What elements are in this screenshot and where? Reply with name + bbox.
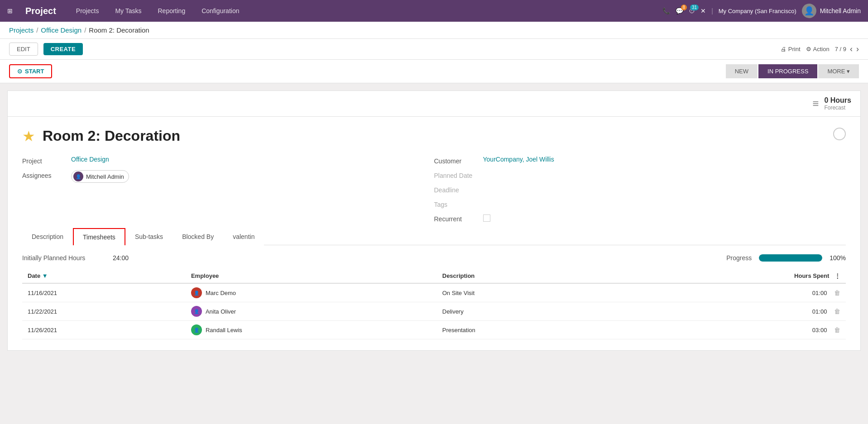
action-bar: EDIT CREATE 🖨 Print ⚙ Action 7 / 9 ‹ › [0, 39, 868, 60]
next-button[interactable]: › [856, 44, 859, 54]
cell-description-1: Delivery [437, 302, 615, 321]
status-bar: ⊙ START NEW IN PROGRESS MORE ▾ [0, 60, 868, 83]
tags-field: Tags [434, 199, 846, 208]
left-fields: Project Office Design Assignees 👤 Mitche… [22, 156, 434, 228]
breadcrumb-office-design[interactable]: Office Design [41, 26, 82, 34]
employee-avatar-0: 👤 [191, 287, 202, 298]
right-fields: Customer YourCompany, Joel Willis Planne… [434, 156, 846, 228]
user-info[interactable]: 👤 Mitchell Admin [802, 4, 861, 18]
breadcrumb-projects[interactable]: Projects [9, 26, 34, 34]
tags-label: Tags [434, 199, 480, 208]
hours-label: Forecast [824, 105, 851, 111]
cell-employee-0: 👤 Marc Demo [186, 283, 437, 302]
planned-hours-label: Initially Planned Hours [22, 254, 113, 262]
nav-reporting[interactable]: Reporting [154, 5, 189, 16]
deadline-field: Deadline [434, 185, 846, 194]
project-link[interactable]: Office Design [71, 156, 109, 163]
recurrent-field: Recurrent [434, 214, 846, 223]
delete-row-1-icon[interactable]: 🗑 [834, 308, 840, 315]
table-row: 11/22/2021 👤 Anita Oliver Delivery 01:00… [22, 302, 846, 321]
pagination: 7 / 9 ‹ › [835, 44, 859, 54]
project-value: Office Design [71, 156, 109, 163]
tab-subtasks[interactable]: Sub-tasks [125, 228, 173, 245]
stage-new[interactable]: NEW [726, 64, 758, 78]
timesheets-summary: Initially Planned Hours 24:00 Progress 1… [22, 254, 846, 262]
cell-hours-1: 01:00 🗑 [615, 302, 846, 321]
print-button[interactable]: 🖨 Print [781, 46, 801, 52]
user-name: Mitchell Admin [820, 7, 861, 14]
delete-row-2-icon[interactable]: 🗑 [834, 326, 840, 333]
date-sort-icon: ▼ [42, 272, 48, 279]
employee-avatar-2: 👤 [191, 324, 202, 335]
hours-forecast-card: ≡ 0 Hours Forecast [8, 91, 860, 117]
assignees-value: 👤 Mitchell Admin [71, 170, 129, 183]
cell-description-2: Presentation [437, 321, 615, 339]
timer-icon[interactable]: ⏱ 31 [689, 7, 695, 14]
app-grid-icon[interactable]: ⊞ [7, 7, 13, 14]
deadline-label: Deadline [434, 185, 480, 194]
employee-name-2: Randall Lewis [206, 327, 242, 333]
customer-label: Customer [434, 156, 480, 165]
task-title: Room 2: Decoration [43, 128, 826, 144]
cell-hours-2: 03:00 🗑 [615, 321, 846, 339]
customer-field: Customer YourCompany, Joel Willis [434, 156, 846, 165]
project-label: Project [22, 156, 67, 165]
hours-value: 0 Hours [824, 96, 851, 105]
cell-date-2: 11/26/2021 [22, 321, 186, 339]
tab-timesheets[interactable]: Timesheets [73, 228, 125, 245]
col-options-icon[interactable]: ⋮ [834, 272, 840, 279]
nav-projects[interactable]: Projects [72, 5, 103, 16]
phone-icon[interactable]: 📞 [662, 7, 670, 14]
stage-in-progress[interactable]: IN PROGRESS [758, 64, 817, 78]
col-description[interactable]: Description [437, 269, 615, 283]
employee-avatar-1: 👤 [191, 306, 202, 317]
col-employee[interactable]: Employee [186, 269, 437, 283]
nav-configuration[interactable]: Configuration [198, 5, 243, 16]
col-hours-spent[interactable]: Hours Spent ⋮ [615, 269, 846, 283]
edit-button[interactable]: EDIT [9, 43, 38, 56]
user-avatar: 👤 [802, 4, 816, 18]
cell-employee-2: 👤 Randall Lewis [186, 321, 437, 339]
progress-pct: 100% [830, 254, 846, 262]
hours-forecast-icon: ≡ [812, 97, 819, 110]
delete-row-0-icon[interactable]: 🗑 [834, 289, 840, 296]
start-button[interactable]: ⊙ START [9, 64, 52, 78]
star-icon[interactable]: ★ [22, 128, 35, 145]
stage-more[interactable]: MORE ▾ [818, 64, 859, 78]
assignees-field: Assignees 👤 Mitchell Admin [22, 170, 420, 183]
cell-hours-0: 01:00 🗑 [615, 283, 846, 302]
task-status-circle[interactable] [833, 128, 846, 140]
prev-button[interactable]: ‹ [850, 44, 853, 54]
tab-description[interactable]: Description [22, 228, 73, 245]
recurrent-checkbox[interactable] [483, 214, 490, 222]
assignee-tag[interactable]: 👤 Mitchell Admin [71, 170, 129, 183]
assignee-name: Mitchell Admin [86, 173, 124, 180]
table-row: 11/26/2021 👤 Randall Lewis Presentation … [22, 321, 846, 339]
timesheets-content: Initially Planned Hours 24:00 Progress 1… [22, 254, 846, 339]
tab-blocked-by[interactable]: Blocked By [173, 228, 223, 245]
create-button[interactable]: CREATE [43, 43, 83, 55]
cell-date-1: 11/22/2021 [22, 302, 186, 321]
close-icon[interactable]: ✕ [700, 7, 706, 14]
print-icon: 🖨 [781, 46, 786, 52]
customer-link[interactable]: YourCompany, Joel Willis [483, 156, 554, 163]
nav-separator: | [711, 7, 713, 14]
nav-my-tasks[interactable]: My Tasks [111, 5, 145, 16]
tab-valentin[interactable]: valentin [223, 228, 264, 245]
action-button[interactable]: ⚙ Action [806, 46, 830, 52]
app-name: Project [25, 6, 56, 16]
task-fields: Project Office Design Assignees 👤 Mitche… [22, 156, 846, 228]
progress-section: Progress 100% [726, 254, 846, 262]
progress-bar [759, 254, 822, 262]
recurrent-label: Recurrent [434, 214, 480, 223]
task-container: ≡ 0 Hours Forecast ★ Room 2: Decoration … [7, 91, 861, 351]
table-row: 11/16/2021 👤 Marc Demo On Site Visit 01:… [22, 283, 846, 302]
tabs-bar: Description Timesheets Sub-tasks Blocked… [22, 228, 846, 245]
chat-icon[interactable]: 💬 8 [676, 7, 683, 14]
chat-badge: 8 [681, 5, 687, 10]
action-gear-icon: ⚙ [806, 46, 811, 52]
col-date[interactable]: Date ▼ [22, 269, 186, 283]
cell-date-0: 11/16/2021 [22, 283, 186, 302]
planned-hours-value: 24:00 [113, 254, 129, 262]
breadcrumb-current: Room 2: Decoration [89, 26, 149, 34]
